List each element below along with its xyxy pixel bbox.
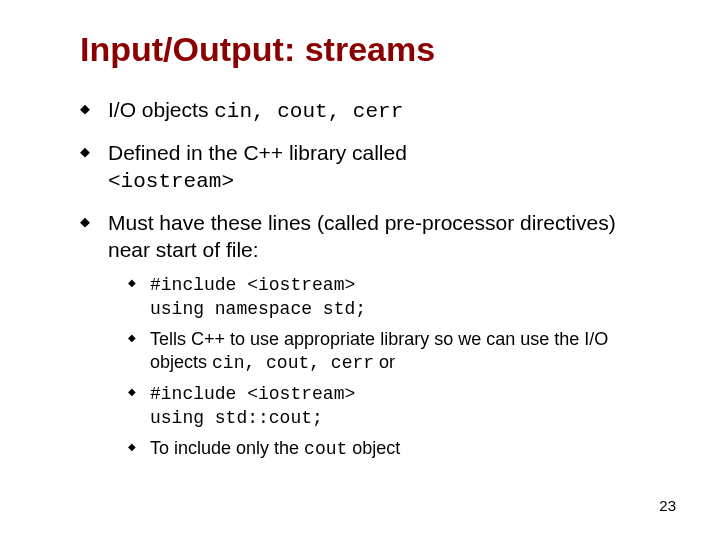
bullet-item: Defined in the C++ library called <iostr… xyxy=(80,140,660,196)
bullet-item: Must have these lines (called pre-proces… xyxy=(80,210,660,461)
code-text: cout xyxy=(304,439,347,459)
bullet-list: I/O objects cin, cout, cerr Defined in t… xyxy=(80,97,660,461)
bullet-text: Must have these lines (called pre-proces… xyxy=(108,211,616,261)
sub-bullet-item: Tells C++ to use appropriate library so … xyxy=(128,328,660,374)
code-text: using namespace std; xyxy=(150,299,366,319)
bullet-text: I/O objects xyxy=(108,98,214,121)
code-text: <iostream> xyxy=(108,170,234,193)
bullet-text: Defined in the C++ library called xyxy=(108,141,407,164)
code-text: using std::cout; xyxy=(150,408,323,428)
bullet-text: To include only the xyxy=(150,438,304,458)
bullet-text: or xyxy=(374,352,395,372)
code-text: #include <iostream> xyxy=(150,384,355,404)
slide-title: Input/Output: streams xyxy=(80,30,660,69)
page-number: 23 xyxy=(659,497,676,514)
sub-bullet-item: To include only the cout object xyxy=(128,437,660,461)
bullet-text: object xyxy=(347,438,400,458)
code-text: cin, cout, cerr xyxy=(212,353,374,373)
sub-bullet-list: #include <iostream> using namespace std;… xyxy=(128,273,660,461)
sub-bullet-item: #include <iostream> using std::cout; xyxy=(128,382,660,429)
code-text: cin, cout, cerr xyxy=(214,100,403,123)
code-text: #include <iostream> xyxy=(150,275,355,295)
bullet-item: I/O objects cin, cout, cerr xyxy=(80,97,660,126)
slide: Input/Output: streams I/O objects cin, c… xyxy=(0,0,720,540)
sub-bullet-item: #include <iostream> using namespace std; xyxy=(128,273,660,320)
